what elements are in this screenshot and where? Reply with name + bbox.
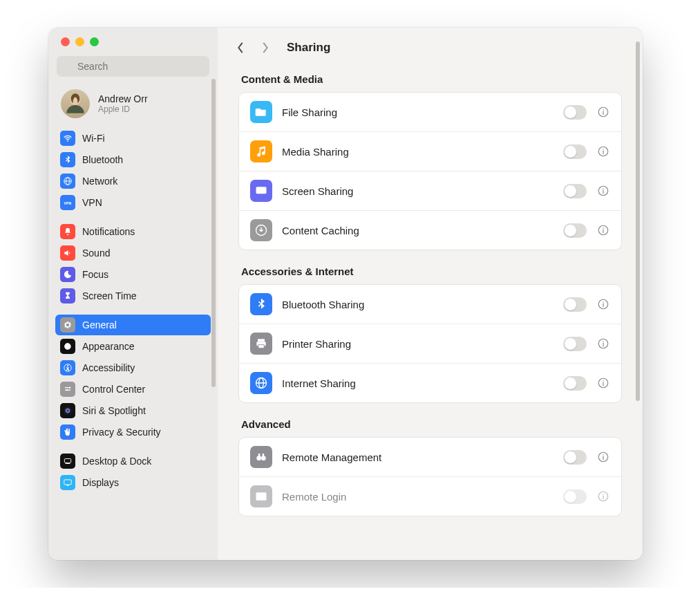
back-button[interactable]: [233, 40, 248, 55]
bluetooth-icon: [60, 152, 75, 167]
row-printer-sharing: Printer Sharing: [239, 324, 621, 364]
sidebar-item-label: Control Center: [82, 384, 145, 395]
svg-point-6: [603, 149, 604, 150]
sidebar-item-label: Focus: [82, 269, 108, 280]
vpn-icon: [60, 195, 75, 210]
row-label: Remote Login: [282, 491, 553, 503]
profile-sub: Apple ID: [98, 104, 148, 114]
printer-icon: [250, 333, 272, 355]
globe-icon: [60, 174, 75, 189]
sidebar-item-siri-spotlight[interactable]: Siri & Spotlight: [55, 400, 211, 421]
sidebar-item-general[interactable]: General: [55, 315, 211, 335]
bluetooth-icon: [250, 293, 272, 315]
toggle-remote-management[interactable]: [563, 450, 587, 465]
svg-point-12: [603, 227, 604, 229]
svg-point-9: [603, 188, 604, 189]
window-controls: [48, 37, 218, 56]
apple-id-profile[interactable]: Andrew Orr Apple ID: [48, 85, 218, 128]
info-button[interactable]: [596, 337, 610, 351]
hand-icon: [60, 424, 75, 440]
row-label: Content Caching: [282, 225, 553, 236]
chevron-left-icon: [236, 41, 245, 54]
search-input[interactable]: [57, 56, 209, 77]
section-title: Content & Media: [241, 73, 619, 85]
sidebar-item-label: Screen Time: [82, 290, 137, 301]
sidebar-item-label: Desktop & Dock: [82, 456, 151, 467]
sidebar-item-label: General: [82, 319, 117, 330]
sidebar-item-label: Siri & Spotlight: [82, 405, 146, 416]
sidebar-item-appearance[interactable]: Appearance: [55, 336, 211, 357]
sidebar-item-privacy-security[interactable]: Privacy & Security: [55, 422, 211, 442]
toggle-remote-login[interactable]: [563, 489, 587, 504]
toggle-content-caching[interactable]: [563, 223, 587, 238]
sidebar: Andrew Orr Apple ID Wi-Fi Bluetooth Netw…: [48, 28, 218, 560]
settings-card: Remote Management Remote Login: [238, 437, 622, 516]
profile-name: Andrew Orr: [98, 93, 148, 104]
info-button[interactable]: [596, 376, 610, 390]
toggle-bluetooth-sharing[interactable]: [563, 297, 587, 312]
sidebar-nav: Wi-Fi Bluetooth Network VPN Notification…: [48, 128, 218, 560]
sidebar-item-screen-time[interactable]: Screen Time: [55, 286, 211, 306]
sidebar-item-vpn[interactable]: VPN: [55, 192, 211, 213]
screen-icon: [250, 180, 272, 202]
row-label: Printer Sharing: [282, 338, 553, 350]
info-button[interactable]: [596, 105, 610, 119]
content-scroll[interactable]: Content & Media File Sharing Media Shari…: [218, 68, 643, 560]
terminal-icon: [250, 485, 272, 507]
svg-point-3: [603, 109, 604, 111]
gear-icon: [60, 317, 75, 333]
toggle-media-sharing[interactable]: [563, 144, 587, 159]
topbar: Sharing: [218, 28, 643, 68]
folder-icon: [250, 101, 272, 123]
row-file-sharing: File Sharing: [239, 93, 621, 132]
sidebar-item-network[interactable]: Network: [55, 171, 211, 192]
sidebar-item-label: Notifications: [82, 226, 135, 237]
forward-button[interactable]: [258, 40, 273, 55]
globe-icon: [250, 372, 272, 394]
close-window-button[interactable]: [61, 37, 70, 46]
info-button[interactable]: [596, 489, 610, 503]
row-label: File Sharing: [282, 106, 553, 118]
sidebar-scrollbar[interactable]: [211, 79, 216, 387]
appearance-icon: [60, 339, 75, 354]
section-title: Advanced: [241, 418, 619, 430]
binoc-icon: [250, 446, 272, 468]
sliders-icon: [60, 382, 75, 397]
svg-point-18: [603, 341, 604, 342]
zoom-window-button[interactable]: [90, 37, 99, 46]
sidebar-item-bluetooth[interactable]: Bluetooth: [55, 149, 211, 170]
sidebar-item-notifications[interactable]: Notifications: [55, 221, 211, 242]
hourglass-icon: [60, 288, 75, 304]
info-button[interactable]: [596, 450, 610, 464]
sidebar-item-label: Accessibility: [82, 362, 135, 373]
sidebar-item-accessibility[interactable]: Accessibility: [55, 357, 211, 378]
sidebar-item-focus[interactable]: Focus: [55, 264, 211, 285]
moon-icon: [60, 267, 75, 282]
sidebar-item-wi-fi[interactable]: Wi-Fi: [55, 128, 211, 149]
sidebar-item-sound[interactable]: Sound: [55, 243, 211, 263]
sidebar-item-label: Appearance: [82, 341, 135, 352]
toggle-screen-sharing[interactable]: [563, 184, 587, 198]
page-title: Sharing: [287, 41, 330, 55]
siri-icon: [60, 403, 75, 418]
sidebar-item-label: Sound: [82, 248, 110, 259]
toggle-internet-sharing[interactable]: [563, 376, 587, 391]
row-label: Screen Sharing: [282, 185, 553, 197]
dock-icon: [60, 454, 75, 469]
row-label: Bluetooth Sharing: [282, 299, 553, 310]
sidebar-item-label: Wi-Fi: [82, 133, 105, 144]
sidebar-item-control-center[interactable]: Control Center: [55, 379, 211, 400]
info-button[interactable]: [596, 184, 610, 198]
row-media-sharing: Media Sharing: [239, 132, 621, 171]
sidebar-item-desktop-dock[interactable]: Desktop & Dock: [55, 451, 211, 472]
toggle-file-sharing[interactable]: [563, 105, 587, 120]
profile-text: Andrew Orr Apple ID: [98, 93, 148, 114]
minimize-window-button[interactable]: [75, 37, 84, 46]
row-remote-management: Remote Management: [239, 438, 621, 477]
toggle-printer-sharing[interactable]: [563, 337, 587, 351]
content-scrollbar[interactable]: [636, 41, 640, 401]
info-button[interactable]: [596, 297, 610, 311]
sidebar-item-displays[interactable]: Displays: [55, 472, 211, 493]
info-button[interactable]: [596, 144, 610, 158]
info-button[interactable]: [596, 223, 610, 237]
